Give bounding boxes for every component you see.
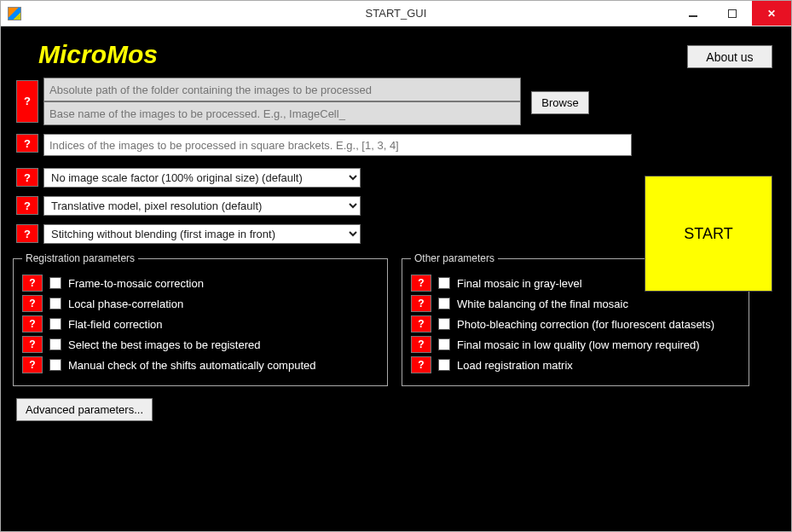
check-select-best[interactable] (49, 338, 61, 350)
check-manual[interactable] (49, 359, 61, 371)
check-local-phase[interactable] (49, 298, 61, 309)
minimize-button[interactable] (673, 1, 713, 26)
app-window: START_GUI ✕ MicroMos About us ? Browse ? (0, 0, 792, 532)
help-reg-2[interactable]: ? (22, 315, 43, 332)
help-indices[interactable]: ? (16, 134, 38, 153)
label-flatfield: Flat-field correction (68, 318, 163, 331)
basename-input[interactable] (43, 101, 521, 125)
app-icon (8, 7, 21, 20)
label-photobleach: Photo-bleaching correction (for fluoresc… (457, 318, 714, 331)
folder-input[interactable] (43, 78, 521, 101)
help-other-0[interactable]: ? (411, 275, 431, 292)
help-other-2[interactable]: ? (411, 315, 431, 332)
label-loadmatrix: Load registration matrix (457, 359, 573, 372)
advanced-button[interactable]: Advanced parameters... (16, 398, 153, 421)
model-select[interactable]: Translative model, pixel resolution (def… (43, 196, 361, 216)
help-model[interactable]: ? (16, 196, 38, 215)
window-controls: ✕ (673, 1, 791, 26)
help-other-3[interactable]: ? (411, 336, 431, 353)
window-title: START_GUI (366, 7, 427, 20)
maximize-button[interactable] (713, 1, 752, 26)
close-button[interactable]: ✕ (752, 1, 791, 26)
stitch-select[interactable]: Stitching without blending (first image … (43, 224, 361, 244)
check-flatfield[interactable] (49, 318, 61, 330)
help-reg-4[interactable]: ? (22, 356, 43, 373)
help-reg-1[interactable]: ? (22, 295, 43, 312)
other-legend: Other parameters (411, 252, 498, 264)
check-lowquality[interactable] (438, 338, 450, 350)
registration-legend: Registration parameters (22, 252, 138, 264)
titlebar: START_GUI ✕ (1, 1, 791, 26)
check-frame-to-mosaic[interactable] (49, 277, 61, 289)
work-area: MicroMos About us ? Browse ? ? No image … (1, 26, 791, 531)
help-folder-basename[interactable]: ? (16, 80, 38, 123)
label-white-balance: White balancing of the final mosaic (457, 298, 628, 310)
help-other-1[interactable]: ? (411, 295, 431, 312)
check-white-balance[interactable] (438, 298, 450, 309)
help-scale[interactable]: ? (16, 168, 38, 187)
help-reg-0[interactable]: ? (22, 275, 43, 292)
about-button[interactable]: About us (687, 45, 772, 68)
indices-input[interactable] (43, 134, 632, 156)
label-gray: Final mosaic in gray-level (457, 277, 582, 290)
browse-button[interactable]: Browse (531, 91, 589, 114)
scale-select[interactable]: No image scale factor (100% original siz… (43, 168, 361, 188)
registration-group: Registration parameters ? Frame-to-mosai… (13, 252, 388, 386)
check-gray[interactable] (438, 277, 450, 289)
label-manual: Manual check of the shifts automatically… (68, 359, 315, 372)
label-frame-to-mosaic: Frame-to-mosaic correction (68, 277, 204, 290)
help-stitch[interactable]: ? (16, 224, 38, 243)
label-lowquality: Final mosaic in low quality (low memory … (457, 338, 700, 351)
app-title: MicroMos (38, 40, 779, 69)
start-button[interactable]: START (645, 176, 772, 292)
check-photobleach[interactable] (438, 318, 450, 330)
help-other-4[interactable]: ? (411, 356, 431, 373)
label-select-best: Select the best images to be registered (68, 338, 260, 351)
help-reg-3[interactable]: ? (22, 336, 43, 353)
label-local-phase: Local phase-correlation (68, 298, 183, 310)
check-loadmatrix[interactable] (438, 359, 450, 371)
